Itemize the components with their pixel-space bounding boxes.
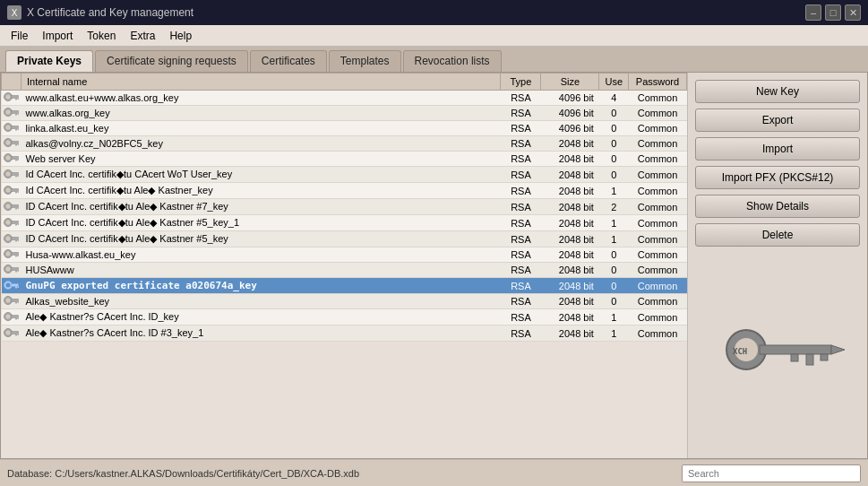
svg-rect-8 (15, 114, 17, 116)
col-name: Internal name (21, 74, 501, 91)
row-password: Common (629, 294, 687, 309)
svg-rect-7 (11, 111, 18, 114)
row-type: RSA (501, 309, 541, 325)
svg-rect-14 (17, 129, 19, 131)
svg-point-76 (5, 330, 10, 334)
svg-rect-39 (17, 207, 19, 209)
window-controls: – □ ✕ (805, 4, 861, 21)
menu-file[interactable]: File (4, 28, 35, 44)
row-size: 2048 bit (541, 247, 599, 263)
tab-certificates[interactable]: Certificates (250, 50, 327, 72)
tab-csr[interactable]: Certificate signing requests (95, 50, 248, 72)
row-name: Id CAcert Inc. certifik◆tu CAcert WoT Us… (21, 167, 501, 183)
table-row[interactable]: Alkas_website_keyRSA2048 bit0Common (2, 294, 687, 309)
row-password: Common (629, 247, 687, 263)
table-row[interactable]: www.alkast.eu+www.alkas.org_keyRSA4096 b… (2, 91, 687, 106)
row-name: Web server Key (21, 152, 501, 167)
table-row[interactable]: Web server KeyRSA2048 bit0Common (2, 152, 687, 167)
table-row[interactable]: ID CAcert Inc. certifik◆tu Ale◆ Kastner … (2, 231, 687, 247)
col-size: Size (541, 74, 599, 91)
table-container[interactable]: Internal name Type Size Use Password www… (1, 73, 687, 458)
row-icon (2, 91, 21, 106)
row-password: Common (629, 91, 687, 106)
close-button[interactable]: ✕ (845, 4, 861, 21)
import-pfx-button[interactable]: Import PFX (PKCS#12) (695, 166, 860, 189)
new-key-button[interactable]: New Key (695, 80, 860, 103)
menu-bar: File Import Token Extra Help (0, 25, 868, 47)
export-button[interactable]: Export (695, 108, 860, 132)
row-type: RSA (501, 152, 541, 167)
row-type: RSA (501, 263, 541, 278)
table-row[interactable]: www.alkas.org_keyRSA4096 bit0Common (2, 106, 687, 121)
row-icon (2, 199, 21, 215)
maximize-button[interactable]: □ (825, 4, 841, 21)
row-name: alkas@volny.cz_N02BFC5_key (21, 136, 501, 152)
key-image-area: XCH (695, 252, 860, 451)
menu-extra[interactable]: Extra (123, 28, 162, 44)
table-row[interactable]: linka.alkast.eu_keyRSA4096 bit0Common (2, 121, 687, 136)
svg-rect-23 (15, 160, 17, 161)
table-row[interactable]: alkas@volny.cz_N02BFC5_keyRSA2048 bit0Co… (2, 136, 687, 152)
row-use: 0 (599, 167, 629, 183)
row-icon (2, 263, 21, 278)
table-row[interactable]: Id CAcert Inc. certifik◆tu Ale◆ Kastner_… (2, 183, 687, 199)
delete-button[interactable]: Delete (695, 223, 860, 247)
row-use: 0 (599, 152, 629, 167)
show-details-button[interactable]: Show Details (695, 195, 860, 218)
tab-revocation-lists[interactable]: Revocation lists (403, 50, 502, 72)
minimize-button[interactable]: – (805, 4, 821, 21)
app-icon: X (7, 5, 21, 20)
menu-import[interactable]: Import (35, 28, 80, 44)
svg-rect-82 (760, 345, 831, 354)
row-type: RSA (501, 167, 541, 183)
row-name: Ale◆ Kastner?s CAcert Inc. ID #3_key_1 (21, 325, 501, 342)
row-password: Common (629, 183, 687, 199)
row-use: 0 (599, 294, 629, 309)
row-icon (2, 294, 21, 309)
row-icon (2, 325, 21, 342)
row-password: Common (629, 136, 687, 152)
svg-rect-83 (791, 354, 798, 361)
svg-rect-57 (11, 268, 18, 271)
row-name: Ale◆ Kastner?s CAcert Inc. ID_key (21, 309, 501, 325)
col-icon (2, 74, 21, 91)
row-size: 2048 bit (541, 215, 599, 231)
col-password: Password (629, 74, 687, 91)
tab-templates[interactable]: Templates (329, 50, 401, 72)
row-type: RSA (501, 247, 541, 263)
svg-rect-67 (11, 299, 18, 302)
svg-point-56 (5, 267, 10, 272)
row-icon (2, 152, 21, 167)
svg-rect-4 (17, 99, 19, 100)
table-row[interactable]: Ale◆ Kastner?s CAcert Inc. ID_keyRSA2048… (2, 309, 687, 325)
table-row[interactable]: GnuPG exported certificate a020674a_keyR… (2, 278, 687, 294)
row-icon (2, 136, 21, 152)
row-type: RSA (501, 121, 541, 136)
svg-rect-77 (11, 331, 18, 334)
import-button[interactable]: Import (695, 137, 860, 161)
table-row[interactable]: Ale◆ Kastner?s CAcert Inc. ID #3_key_1RS… (2, 325, 687, 342)
menu-token[interactable]: Token (80, 28, 123, 44)
svg-rect-28 (15, 175, 17, 177)
search-input[interactable] (682, 464, 861, 482)
menu-help[interactable]: Help (162, 28, 199, 44)
table-row[interactable]: ID CAcert Inc. certifik◆tu Ale◆ Kastner … (2, 215, 687, 231)
table-row[interactable]: Id CAcert Inc. certifik◆tu CAcert WoT Us… (2, 167, 687, 183)
svg-rect-27 (11, 172, 18, 175)
svg-rect-48 (15, 239, 17, 241)
keys-table: Internal name Type Size Use Password www… (1, 73, 687, 342)
row-icon (2, 106, 21, 121)
svg-rect-9 (17, 114, 19, 116)
svg-rect-29 (17, 175, 19, 177)
row-password: Common (629, 278, 687, 294)
row-size: 2048 bit (541, 278, 599, 294)
svg-point-71 (5, 314, 10, 318)
table-row[interactable]: Husa-www.alkast.eu_keyRSA2048 bit0Common (2, 247, 687, 263)
svg-rect-44 (17, 223, 19, 225)
table-row[interactable]: HUSAwwwRSA2048 bit0Common (2, 263, 687, 278)
row-password: Common (629, 263, 687, 278)
tab-private-keys[interactable]: Private Keys (5, 50, 93, 72)
svg-rect-3 (15, 99, 17, 100)
table-row[interactable]: ID CAcert Inc. certifik◆tu Ale◆ Kastner … (2, 199, 687, 215)
row-name: ID CAcert Inc. certifik◆tu Ale◆ Kastner … (21, 199, 501, 215)
